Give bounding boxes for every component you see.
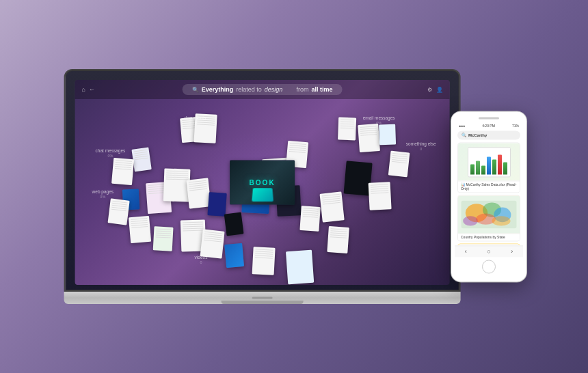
category-chat: chat messages 0% bbox=[96, 148, 126, 158]
spreadsheet-title: McCarthy Sales Data.xlsx (Read-Only) bbox=[461, 182, 516, 191]
chart-bar-4 bbox=[487, 157, 491, 174]
phone-home-button-icon[interactable]: ○ bbox=[487, 248, 490, 255]
back-icon: ← bbox=[89, 86, 95, 93]
search-bar[interactable]: 🔍 Everything related to design from all … bbox=[183, 84, 343, 95]
category-something: something else 0 bbox=[406, 141, 436, 151]
book-cover: BOOK bbox=[230, 161, 295, 205]
search-related: related to bbox=[236, 86, 262, 93]
book-cover-image bbox=[252, 188, 273, 202]
phone-content-area: 📊 McCarthy Sales Data.xlsx (Read-Only) bbox=[455, 141, 523, 245]
thumbnail-doc-20[interactable] bbox=[299, 206, 320, 232]
thumbnail-book-center[interactable]: BOOK bbox=[230, 161, 295, 205]
thumbnail-doc-29[interactable] bbox=[224, 243, 244, 268]
thumbnail-doc-25[interactable] bbox=[369, 182, 392, 210]
phone-search-text: McCarthy bbox=[468, 133, 487, 137]
us-map-svg bbox=[458, 195, 520, 233]
chart-bar-3 bbox=[481, 165, 485, 174]
phone-card-spreadsheet[interactable]: 📊 McCarthy Sales Data.xlsx (Read-Only) bbox=[457, 142, 520, 193]
search-query: design bbox=[265, 86, 283, 93]
search-time-label: from bbox=[296, 86, 308, 93]
thumbnail-doc-28[interactable] bbox=[327, 226, 349, 253]
cat-videos-count: 0 bbox=[195, 260, 208, 264]
topbar-nav: ⌂ ← bbox=[82, 86, 95, 93]
cat-email-count: 0% bbox=[363, 121, 395, 125]
phone-time: 4:20 PM bbox=[482, 124, 495, 128]
cat-chat-count: 0% bbox=[96, 154, 126, 158]
thumbnail-doc-9[interactable] bbox=[186, 178, 211, 208]
laptop-notch bbox=[252, 297, 273, 299]
map-title: Country Populations by State bbox=[461, 235, 505, 239]
cat-something-title: something else bbox=[406, 141, 436, 146]
phone-battery: 71% bbox=[512, 124, 519, 128]
topbar-icons: ⚙ 👤 bbox=[427, 87, 443, 93]
phone-back-button[interactable]: ‹ bbox=[465, 248, 467, 255]
laptop-base bbox=[64, 292, 461, 304]
thumbnail-doc-3[interactable] bbox=[131, 147, 151, 171]
cat-videos-title: videos bbox=[195, 255, 208, 260]
phone-search-bar[interactable]: 🔍 McCarthy bbox=[457, 130, 520, 139]
thumbnail-doc-23[interactable] bbox=[358, 124, 380, 152]
thumbnail-doc-30[interactable] bbox=[252, 247, 276, 275]
phone-search-icon: 🔍 bbox=[462, 133, 466, 137]
phone-card-map[interactable]: Country Populations by State bbox=[457, 195, 520, 241]
laptop: ⌂ ← 🔍 Everything related to design from … bbox=[64, 69, 461, 304]
map-inner bbox=[458, 195, 520, 233]
thumbnail-doc-10[interactable] bbox=[207, 192, 226, 217]
search-time-value: all time bbox=[311, 86, 332, 93]
category-documents: documents 375 bbox=[185, 115, 206, 125]
cat-something-count: 0 bbox=[406, 147, 436, 151]
phone-bottom-bar: ‹ ○ › bbox=[455, 245, 523, 257]
scene-container: ⌂ ← 🔍 Everything related to design from … bbox=[0, 0, 588, 373]
category-videos: videos 0 bbox=[195, 255, 208, 264]
home-icon: ⌂ bbox=[82, 86, 85, 93]
user-icon[interactable]: 👤 bbox=[436, 87, 443, 93]
thumbnail-doc-27[interactable] bbox=[379, 124, 396, 146]
cat-webpages-title: web pages bbox=[92, 189, 113, 194]
thumbnail-doc-26[interactable] bbox=[388, 151, 410, 178]
phone: ●●● 4:20 PM 71% 🔍 McCarthy bbox=[451, 111, 526, 281]
phone-signal: ●●● bbox=[459, 124, 465, 128]
cat-documents-title: documents bbox=[185, 115, 206, 120]
chart-bar-2 bbox=[476, 161, 480, 174]
book-title: BOOK bbox=[250, 179, 276, 186]
svg-point-6 bbox=[492, 216, 511, 225]
cat-chat-title: chat messages bbox=[96, 148, 126, 153]
settings-icon[interactable]: ⚙ bbox=[427, 87, 432, 93]
thumbnail-doc-22[interactable] bbox=[338, 118, 356, 141]
thumbnail-doc-31[interactable] bbox=[286, 250, 314, 285]
thumbnail-doc-11[interactable] bbox=[129, 216, 151, 243]
thumbnail-doc-21[interactable] bbox=[319, 191, 344, 222]
chart-bar-7 bbox=[503, 162, 507, 174]
svg-point-4 bbox=[463, 216, 478, 225]
map-preview bbox=[458, 195, 520, 233]
laptop-screen-outer: ⌂ ← 🔍 Everything related to design from … bbox=[64, 69, 461, 292]
cat-webpages-count: 0% bbox=[92, 195, 113, 199]
phone-speaker bbox=[479, 117, 499, 119]
laptop-screen: ⌂ ← 🔍 Everything related to design from … bbox=[75, 80, 450, 285]
chart-bar-5 bbox=[492, 159, 496, 174]
thumbnail-doc-15[interactable] bbox=[224, 212, 244, 236]
thumbnail-doc-4[interactable] bbox=[111, 158, 134, 185]
thumbnail-doc-12[interactable] bbox=[153, 226, 174, 251]
chart-bar-1 bbox=[470, 165, 475, 174]
phone-screen: ●●● 4:20 PM 71% 🔍 McCarthy bbox=[455, 122, 523, 245]
thumbnail-doc-6[interactable] bbox=[108, 198, 130, 225]
phone-forward-button[interactable]: › bbox=[511, 248, 513, 255]
chart-bar-6 bbox=[498, 154, 502, 174]
category-webpages: web pages 0% bbox=[92, 189, 113, 199]
phone-status-bar: ●●● 4:20 PM 71% bbox=[455, 122, 523, 129]
bar-chart bbox=[468, 147, 511, 177]
search-prefix: Everything bbox=[202, 86, 234, 93]
phone-card-spreadsheet-label: 📊 McCarthy Sales Data.xlsx (Read-Only) bbox=[458, 180, 520, 192]
cat-email-title: email messages bbox=[363, 115, 395, 120]
spreadsheet-preview bbox=[458, 143, 520, 180]
phone-body: ●●● 4:20 PM 71% 🔍 McCarthy bbox=[451, 111, 526, 281]
cat-documents-count: 375 bbox=[185, 121, 206, 125]
screen-topbar: ⌂ ← 🔍 Everything related to design from … bbox=[75, 80, 450, 99]
phone-card-map-label: Country Populations by State bbox=[458, 233, 520, 240]
search-icon: 🔍 bbox=[192, 87, 199, 93]
phone-home-button[interactable] bbox=[482, 260, 496, 273]
category-email: email messages 0% bbox=[363, 115, 395, 125]
